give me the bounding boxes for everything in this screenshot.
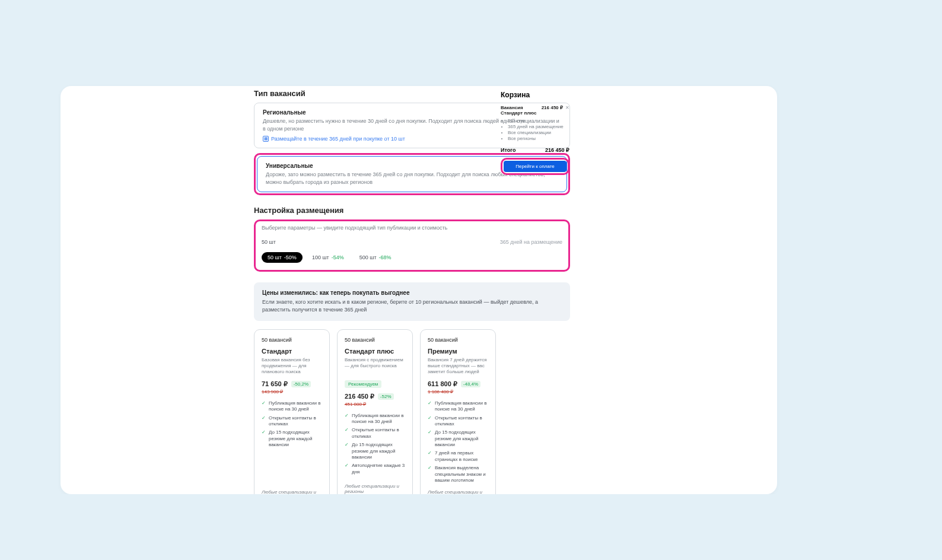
plan-premium: 50 вакансий Премиум Вакансия 7 дней держ… — [420, 329, 496, 494]
info-band-text: Если знаете, кого хотите искать и в како… — [262, 298, 562, 313]
cart-total-value: 216 450 ₽ — [545, 147, 569, 153]
plan-discount: -52% — [378, 393, 394, 400]
app-window: Тип вакансий Региональные Дешевле, но ра… — [61, 86, 777, 494]
type-regional-hint-text: Размещайте в течение 365 дней при покупк… — [271, 136, 405, 142]
plan-name: Стандарт плюс — [345, 348, 405, 355]
plan-count: 50 вакансий — [262, 337, 322, 343]
plan-cards-row: 50 вакансий Стандарт Базовая вакансия бе… — [254, 329, 570, 494]
plan-footer: Любые специализации и регионы — [345, 483, 405, 494]
cart-item-details: 50 штук 365 дней на размещение Все специ… — [501, 118, 569, 141]
cart-item-price: 216 450 ₽ — [542, 105, 563, 110]
remove-cart-item-icon[interactable]: ✕ — [565, 105, 569, 110]
plan-old-price: 1 186 400 ₽ — [428, 389, 488, 394]
plan-discount: -50,2% — [291, 381, 311, 387]
settings-hint: Выберите параметры — увидите подходящий … — [262, 225, 562, 231]
plan-badge: Рекомендуем — [345, 380, 381, 388]
qty-pill-100[interactable]: 100 шт -54% — [306, 252, 350, 263]
plan-standard-plus: 50 вакансий Стандарт плюс Вакансия с про… — [337, 329, 413, 494]
plan-features: Публикация вакансии в поиске на 30 дней … — [428, 400, 488, 484]
plan-standard: 50 вакансий Стандарт Базовая вакансия бе… — [254, 329, 330, 494]
plan-desc: Вакансия с продвижением — для быстрого п… — [345, 357, 405, 373]
plan-price: 71 650 ₽ — [262, 380, 288, 388]
cart-panel: Корзина Вакансия Стандарт плюс 216 450 ₽… — [501, 91, 569, 175]
checkout-button[interactable]: Перейти к оплате — [504, 161, 567, 172]
plan-price: 611 800 ₽ — [428, 380, 457, 388]
cart-item-name: Вакансия Стандарт плюс — [501, 105, 541, 116]
settings-summary-row: 50 шт 365 дней на размещение — [262, 239, 562, 245]
plan-old-price: 451 800 ₽ — [345, 402, 405, 407]
qty-pill-50[interactable]: 50 шт -50% — [262, 252, 303, 263]
cart-total-row: Итого 216 450 ₽ — [501, 147, 569, 153]
qty-pill-500[interactable]: 500 шт -68% — [354, 252, 397, 263]
plan-count: 50 вакансий — [428, 337, 488, 343]
qty-pills: 50 шт -50% 100 шт -54% 500 шт -68% — [262, 252, 562, 263]
highlight-settings: Выберите параметры — увидите подходящий … — [254, 219, 570, 272]
plan-desc: Вакансия 7 дней держится выше стандартны… — [428, 357, 488, 376]
settings-section: Настройка размещения Выберите параметры … — [254, 206, 570, 272]
plan-desc: Базовая вакансия без продвижения — для п… — [262, 357, 322, 376]
info-band-title: Цены изменились: как теперь покупать выг… — [262, 289, 562, 296]
plan-price: 216 450 ₽ — [345, 393, 374, 400]
plan-name: Премиум — [428, 348, 488, 355]
plan-footer: Любые специализации и регионы — [262, 489, 322, 494]
calendar-icon: ▦ — [263, 136, 269, 142]
plan-name: Стандарт — [262, 348, 322, 355]
highlight-checkout: Перейти к оплате — [501, 158, 569, 175]
plan-features: Публикация вакансии в поиске на 30 дней … — [345, 413, 405, 476]
price-info-band: Цены изменились: как теперь покупать выг… — [254, 282, 570, 320]
cart-item-row: Вакансия Стандарт плюс 216 450 ₽ ✕ — [501, 105, 569, 116]
plan-footer: Любые специализации и регионы — [428, 489, 488, 494]
plan-features: Публикация вакансии в поиске на 30 дней … — [262, 400, 322, 448]
plan-old-price: 143 900 ₽ — [262, 389, 322, 394]
cart-total-label: Итого — [501, 147, 515, 153]
cart-title: Корзина — [501, 91, 569, 99]
plan-count: 50 вакансий — [345, 337, 405, 343]
plan-discount: -48,4% — [461, 381, 480, 387]
duration-label: 365 дней на размещение — [500, 239, 562, 245]
qty-label: 50 шт — [262, 239, 276, 245]
settings-title: Настройка размещения — [254, 206, 570, 215]
